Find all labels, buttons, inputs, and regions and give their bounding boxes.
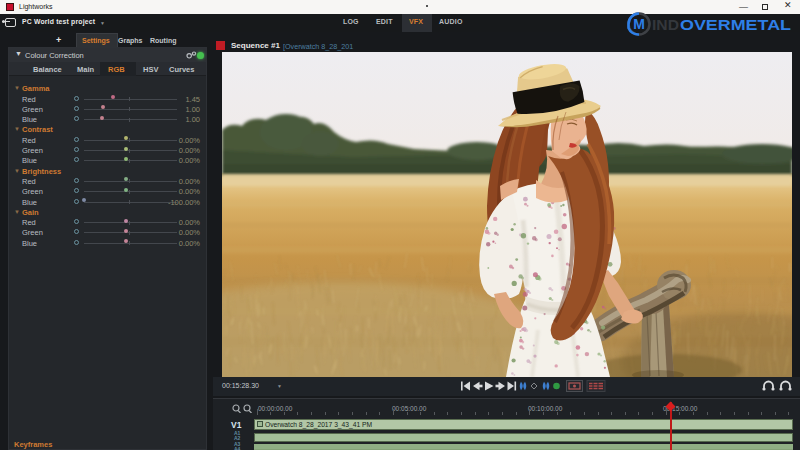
svg-text:OVERMETAL: OVERMETAL: [680, 16, 791, 33]
svg-text:IND: IND: [652, 16, 679, 33]
svg-text:M: M: [633, 16, 645, 32]
